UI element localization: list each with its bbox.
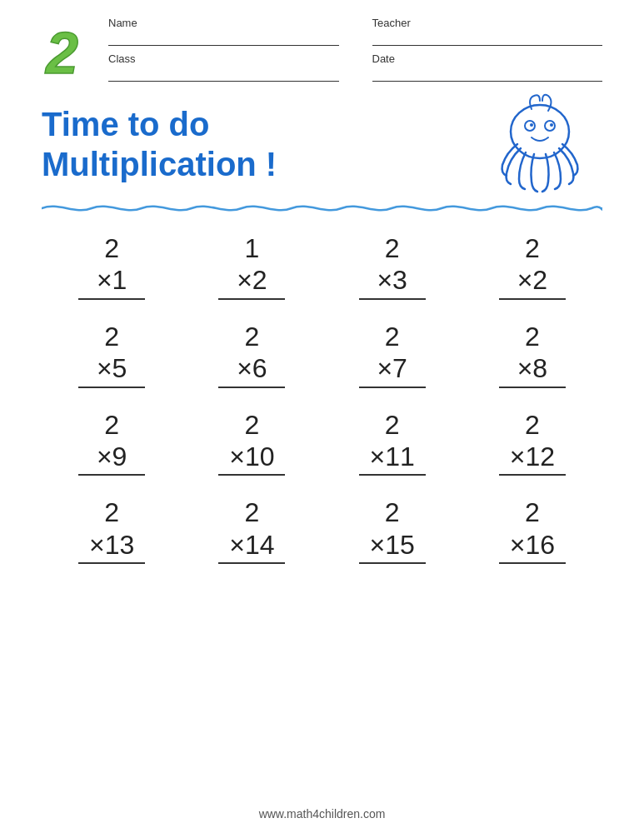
problems-row-1: 2 ×1 1 ×2 2 ×3 2 ×2 — [42, 232, 602, 300]
problem-15-bottom: ×15 — [359, 529, 426, 564]
problem-11-bottom: ×11 — [359, 441, 426, 476]
footer: www.math4children.com — [0, 807, 644, 821]
problem-2-top: 1 — [244, 232, 259, 264]
problems-section: 2 ×1 1 ×2 2 ×3 2 ×2 2 ×5 2 — [42, 232, 602, 572]
problem-9-top: 2 — [104, 409, 119, 441]
problem-6: 2 ×6 — [202, 321, 302, 388]
problem-13-top: 2 — [104, 496, 119, 528]
problem-8-top: 2 — [525, 321, 540, 352]
problem-7: 2 ×7 — [342, 321, 442, 388]
name-input[interactable] — [108, 31, 339, 46]
problems-row-4: 2 ×13 2 ×14 2 ×15 2 ×16 — [42, 496, 602, 564]
class-input[interactable] — [108, 67, 339, 82]
problem-12: 2 ×12 — [482, 409, 582, 476]
problem-13-bottom: ×13 — [78, 529, 145, 564]
title-line1: Time to do — [42, 104, 277, 144]
date-input[interactable] — [372, 67, 603, 82]
problem-16: 2 ×16 — [482, 496, 582, 564]
problem-12-bottom: ×12 — [499, 441, 566, 476]
name-label: Name — [108, 17, 339, 29]
problem-2-bottom: ×2 — [218, 264, 285, 299]
problem-9: 2 ×9 — [62, 409, 162, 476]
problem-4-top: 2 — [525, 232, 540, 264]
class-label: Class — [108, 52, 339, 65]
header: 2 Name Teacher Class — [42, 17, 602, 82]
teacher-label: Teacher — [372, 17, 603, 29]
class-field: Class — [108, 52, 339, 82]
problem-9-bottom: ×9 — [78, 441, 145, 476]
problem-1-top: 2 — [104, 232, 119, 264]
form-row-1: Name Teacher — [108, 17, 602, 46]
date-label: Date — [372, 52, 603, 65]
problem-14-top: 2 — [244, 496, 259, 528]
problem-5-bottom: ×5 — [78, 352, 145, 387]
problem-6-top: 2 — [244, 321, 259, 352]
problem-16-bottom: ×16 — [499, 529, 566, 564]
number-two-icon: 2 — [42, 17, 96, 79]
problem-6-bottom: ×6 — [218, 352, 285, 387]
problem-12-top: 2 — [525, 409, 540, 441]
problem-15-top: 2 — [385, 496, 400, 528]
problem-3-bottom: ×3 — [359, 264, 426, 299]
problem-7-bottom: ×7 — [359, 352, 426, 387]
problem-13: 2 ×13 — [62, 496, 162, 564]
octopus-icon — [477, 90, 602, 198]
problem-15: 2 ×15 — [342, 496, 442, 564]
problem-11-top: 2 — [385, 409, 400, 441]
page: 2 Name Teacher Class — [0, 0, 644, 833]
teacher-field: Teacher — [372, 17, 603, 46]
svg-point-5 — [550, 123, 553, 127]
problems-row-3: 2 ×9 2 ×10 2 ×11 2 ×12 — [42, 409, 602, 476]
problem-10-top: 2 — [244, 409, 259, 441]
footer-url: www.math4children.com — [259, 807, 386, 821]
problem-14-bottom: ×14 — [218, 529, 285, 564]
name-field: Name — [108, 17, 339, 46]
teacher-input[interactable] — [372, 31, 603, 46]
problem-5-top: 2 — [104, 321, 119, 352]
svg-point-3 — [530, 123, 533, 127]
title-line2: Multiplication ! — [42, 144, 277, 184]
svg-point-4 — [545, 121, 555, 131]
svg-text:2: 2 — [44, 21, 78, 79]
problem-4: 2 ×2 — [482, 232, 582, 300]
problem-10-bottom: ×10 — [218, 441, 285, 476]
problem-8-bottom: ×8 — [499, 352, 566, 387]
form-fields: Name Teacher Class Date — [108, 17, 602, 82]
problem-14: 2 ×14 — [202, 496, 302, 564]
main-title: Time to do Multiplication ! — [42, 104, 277, 184]
problem-5: 2 ×5 — [62, 321, 162, 388]
problem-7-top: 2 — [385, 321, 400, 352]
date-field: Date — [372, 52, 603, 82]
title-section: Time to do Multiplication ! — [42, 90, 602, 198]
problem-3: 2 ×3 — [342, 232, 442, 300]
problem-1: 2 ×1 — [62, 232, 162, 300]
problem-16-top: 2 — [525, 496, 540, 528]
problem-4-bottom: ×2 — [499, 264, 566, 299]
problem-1-bottom: ×1 — [78, 264, 145, 299]
problem-2: 1 ×2 — [202, 232, 302, 300]
problems-row-2: 2 ×5 2 ×6 2 ×7 2 ×8 — [42, 321, 602, 388]
svg-point-2 — [525, 121, 535, 131]
problem-11: 2 ×11 — [342, 409, 442, 476]
problem-8: 2 ×8 — [482, 321, 582, 388]
wavy-divider — [42, 198, 602, 232]
form-row-2: Class Date — [108, 52, 602, 82]
problem-10: 2 ×10 — [202, 409, 302, 476]
problem-3-top: 2 — [385, 232, 400, 264]
